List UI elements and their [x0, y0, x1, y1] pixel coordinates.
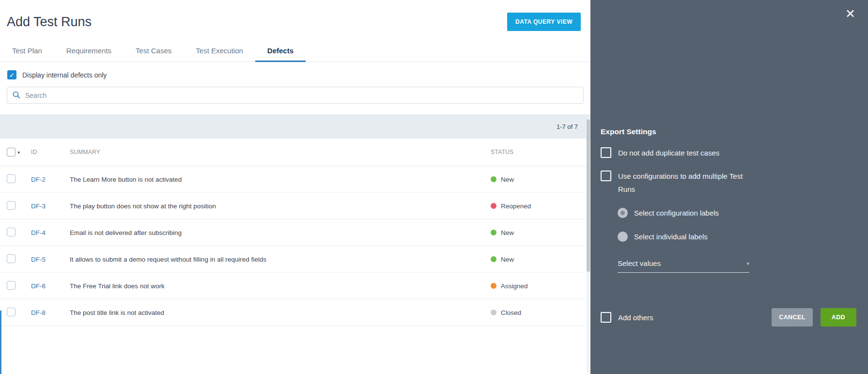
filter-row: ✓ Display internal defects only: [7, 70, 590, 79]
table-row[interactable]: DF-3 The play button does not show at th…: [0, 193, 590, 219]
dropdown-caret-icon: ▾: [746, 260, 749, 267]
defect-id-link[interactable]: DF-4: [31, 229, 70, 236]
status-dot: [491, 230, 496, 235]
defect-status: Assigned: [491, 282, 590, 290]
defect-status: Closed: [491, 309, 590, 316]
configurations-option-row: Use configurations to add multiple Test …: [601, 170, 856, 196]
status-label: Assigned: [501, 282, 528, 290]
check-icon: ✓: [9, 71, 15, 79]
status-dot: [491, 283, 496, 289]
tab-bar: Test Plan Requirements Test Cases Test E…: [0, 42, 590, 62]
export-settings-heading: Export Settings: [601, 127, 856, 136]
defect-summary: Email is not delivered after subscribing: [70, 229, 491, 236]
select-all-caret-icon[interactable]: ▾: [17, 150, 20, 155]
table-header: ▾ ID SUMMARY STATUS: [0, 139, 590, 166]
row-checkbox-cell: [7, 308, 31, 318]
configurations-checkbox[interactable]: [601, 171, 611, 181]
row-checkbox[interactable]: [7, 308, 16, 316]
vertical-scrollbar[interactable]: [587, 117, 590, 373]
add-others-checkbox[interactable]: [601, 312, 611, 323]
header-checkbox-wrap: ▾: [7, 148, 31, 156]
row-checkbox-cell: [7, 254, 31, 265]
scrollbar-thumb[interactable]: [587, 119, 590, 272]
defect-id-link[interactable]: DF-8: [31, 309, 70, 316]
row-checkbox-cell: [7, 228, 31, 238]
configurations-checkbox-label: Use configurations to add multiple Test …: [618, 170, 748, 196]
configuration-labels-radio[interactable]: [618, 208, 628, 218]
internal-defects-label: Display internal defects only: [22, 71, 107, 79]
select-values-label: Select values: [618, 259, 661, 267]
pagination-count: 1-7 of 7: [557, 123, 578, 130]
status-label: Closed: [501, 309, 521, 316]
status-dot: [491, 176, 496, 182]
row-checkbox-cell: [7, 174, 31, 185]
table-row[interactable]: DF-2 The Learn More button is not activa…: [0, 166, 590, 193]
status-label: New: [501, 229, 514, 236]
search-bar: [7, 87, 584, 104]
cancel-button[interactable]: CANCEL: [772, 308, 812, 327]
tab-test-execution[interactable]: Test Execution: [184, 42, 255, 62]
defect-summary: The play button does not show at the rig…: [70, 203, 491, 210]
status-label: New: [501, 176, 514, 183]
defect-status: Reopened: [491, 203, 590, 210]
page-header: Add Test Runs DATA QUERY VIEW: [0, 0, 590, 31]
duplicate-option-row: Do not add duplicate test cases: [601, 146, 856, 159]
configuration-labels-radio-row: Select configuration labels: [618, 206, 856, 219]
export-settings-panel: ✕ Export Settings Do not add duplicate t…: [590, 0, 868, 374]
internal-defects-checkbox[interactable]: ✓: [7, 70, 16, 79]
defect-status: New: [491, 256, 590, 263]
search-icon: [13, 91, 20, 99]
select-values-dropdown[interactable]: Select values ▾: [618, 259, 749, 273]
table-row[interactable]: DF-4 Email is not delivered after subscr…: [0, 219, 590, 246]
table-row[interactable]: DF-5 It allows to submit a demo request …: [0, 246, 590, 273]
defect-id-link[interactable]: DF-6: [31, 282, 70, 290]
row-checkbox[interactable]: [7, 201, 16, 210]
defect-id-link[interactable]: DF-2: [31, 176, 70, 183]
row-checkbox[interactable]: [7, 228, 16, 236]
row-checkbox-cell: [7, 281, 31, 291]
tab-test-plan[interactable]: Test Plan: [0, 42, 54, 62]
status-label: Reopened: [501, 203, 531, 210]
column-header-summary[interactable]: SUMMARY: [70, 149, 491, 156]
configuration-labels-radio-label: Select configuration labels: [634, 206, 719, 219]
individual-labels-radio-row: Select individual labels: [618, 230, 856, 243]
page-title: Add Test Runs: [7, 15, 92, 30]
status-dot: [491, 203, 496, 209]
panel-footer: Add others CANCEL ADD: [601, 308, 856, 327]
status-dot: [491, 310, 496, 315]
column-header-id[interactable]: ID: [31, 149, 70, 156]
defect-status: New: [491, 229, 590, 236]
add-button[interactable]: ADD: [821, 308, 856, 327]
tab-test-cases[interactable]: Test Cases: [124, 42, 184, 62]
data-query-view-button[interactable]: DATA QUERY VIEW: [507, 13, 581, 31]
status-label: New: [501, 256, 514, 263]
defect-summary: The Free Trial link does not work: [70, 282, 491, 290]
left-edge-accent: [0, 311, 1, 374]
defect-summary: It allows to submit a demo request witho…: [70, 256, 491, 263]
select-all-checkbox[interactable]: [7, 148, 16, 156]
row-checkbox[interactable]: [7, 281, 16, 290]
defect-status: New: [491, 176, 590, 183]
defect-id-link[interactable]: DF-3: [31, 203, 70, 210]
defect-summary: The post title link is not activated: [70, 309, 491, 316]
add-others-label: Add others: [618, 313, 653, 322]
duplicate-checkbox[interactable]: [601, 147, 611, 158]
defect-summary: The Learn More button is not activated: [70, 176, 491, 183]
close-icon[interactable]: ✕: [845, 8, 855, 20]
row-checkbox[interactable]: [7, 174, 16, 183]
individual-labels-radio[interactable]: [618, 232, 628, 242]
duplicate-checkbox-label: Do not add duplicate test cases: [618, 146, 719, 159]
tab-requirements[interactable]: Requirements: [54, 42, 124, 62]
column-header-status[interactable]: STATUS: [491, 149, 590, 156]
export-settings-content: Export Settings Do not add duplicate tes…: [590, 0, 868, 273]
add-test-runs-modal: Add Test Runs DATA QUERY VIEW Test Plan …: [0, 0, 590, 374]
search-input[interactable]: [7, 87, 584, 104]
row-checkbox[interactable]: [7, 254, 16, 263]
individual-labels-radio-label: Select individual labels: [634, 230, 708, 243]
defect-id-link[interactable]: DF-5: [31, 256, 70, 263]
table-row[interactable]: DF-8 The post title link is not activate…: [0, 299, 590, 326]
table-toolbar: 1-7 of 7: [0, 114, 590, 139]
status-dot: [491, 256, 496, 262]
table-row[interactable]: DF-6 The Free Trial link does not work A…: [0, 273, 590, 299]
tab-defects[interactable]: Defects: [255, 42, 306, 62]
